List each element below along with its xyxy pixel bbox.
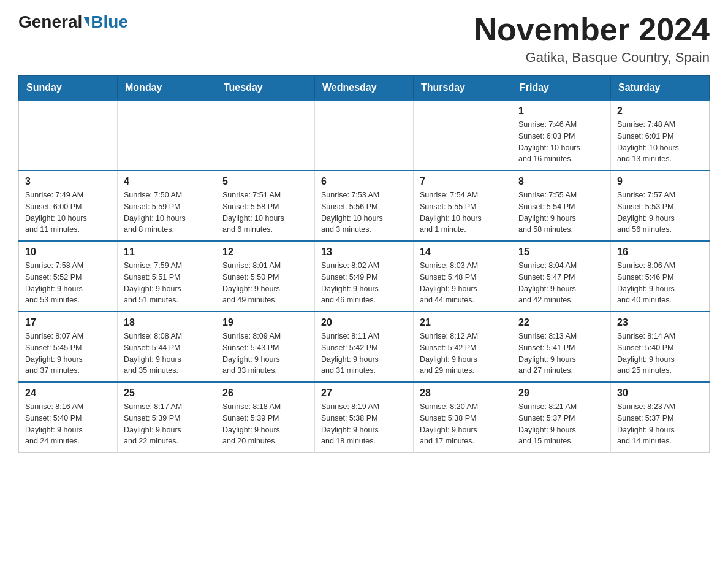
day-number: 29	[518, 388, 604, 399]
title-block: November 2024 Gatika, Basque Country, Sp…	[474, 12, 710, 66]
calendar-cell: 19Sunrise: 8:09 AM Sunset: 5:43 PM Dayli…	[216, 312, 315, 382]
day-info: Sunrise: 7:55 AM Sunset: 5:54 PM Dayligh…	[518, 190, 604, 236]
page-header: General Blue November 2024 Gatika, Basqu…	[18, 12, 710, 66]
day-info: Sunrise: 8:07 AM Sunset: 5:45 PM Dayligh…	[25, 331, 111, 377]
calendar-cell: 7Sunrise: 7:54 AM Sunset: 5:55 PM Daylig…	[414, 170, 512, 241]
day-number: 5	[222, 176, 308, 187]
calendar-cell: 27Sunrise: 8:19 AM Sunset: 5:38 PM Dayli…	[315, 382, 414, 453]
day-info: Sunrise: 8:02 AM Sunset: 5:49 PM Dayligh…	[321, 260, 407, 306]
calendar-cell	[315, 100, 414, 170]
day-info: Sunrise: 8:09 AM Sunset: 5:43 PM Dayligh…	[222, 331, 308, 377]
day-number: 16	[617, 247, 703, 258]
day-number: 28	[420, 388, 506, 399]
day-info: Sunrise: 7:58 AM Sunset: 5:52 PM Dayligh…	[25, 260, 111, 306]
day-info: Sunrise: 8:23 AM Sunset: 5:37 PM Dayligh…	[617, 401, 703, 447]
day-number: 26	[222, 388, 308, 399]
day-info: Sunrise: 8:19 AM Sunset: 5:38 PM Dayligh…	[321, 401, 407, 447]
day-info: Sunrise: 8:21 AM Sunset: 5:37 PM Dayligh…	[518, 401, 604, 447]
calendar-header-row: SundayMondayTuesdayWednesdayThursdayFrid…	[19, 76, 710, 101]
day-info: Sunrise: 7:57 AM Sunset: 5:53 PM Dayligh…	[617, 190, 703, 236]
logo-general-text: General	[18, 12, 82, 32]
day-number: 21	[420, 317, 506, 328]
calendar-cell: 18Sunrise: 8:08 AM Sunset: 5:44 PM Dayli…	[118, 312, 216, 382]
calendar-table: SundayMondayTuesdayWednesdayThursdayFrid…	[18, 75, 710, 453]
calendar-cell: 10Sunrise: 7:58 AM Sunset: 5:52 PM Dayli…	[19, 241, 118, 312]
calendar-week-row: 1Sunrise: 7:46 AM Sunset: 6:03 PM Daylig…	[19, 100, 710, 170]
calendar-cell: 6Sunrise: 7:53 AM Sunset: 5:56 PM Daylig…	[315, 170, 414, 241]
calendar-cell: 1Sunrise: 7:46 AM Sunset: 6:03 PM Daylig…	[512, 100, 611, 170]
day-number: 22	[518, 317, 604, 328]
calendar-cell	[118, 100, 216, 170]
calendar-cell: 11Sunrise: 7:59 AM Sunset: 5:51 PM Dayli…	[118, 241, 216, 312]
day-info: Sunrise: 7:46 AM Sunset: 6:03 PM Dayligh…	[518, 119, 604, 165]
calendar-cell: 20Sunrise: 8:11 AM Sunset: 5:42 PM Dayli…	[315, 312, 414, 382]
day-info: Sunrise: 8:20 AM Sunset: 5:38 PM Dayligh…	[420, 401, 506, 447]
day-number: 10	[25, 247, 111, 258]
day-info: Sunrise: 7:53 AM Sunset: 5:56 PM Dayligh…	[321, 190, 407, 236]
calendar-cell	[414, 100, 512, 170]
calendar-cell	[216, 100, 315, 170]
calendar-cell: 14Sunrise: 8:03 AM Sunset: 5:48 PM Dayli…	[414, 241, 512, 312]
logo-triangle-icon	[83, 17, 89, 28]
day-info: Sunrise: 8:16 AM Sunset: 5:40 PM Dayligh…	[25, 401, 111, 447]
day-info: Sunrise: 8:08 AM Sunset: 5:44 PM Dayligh…	[124, 331, 210, 377]
day-number: 23	[617, 317, 703, 328]
calendar-cell: 4Sunrise: 7:50 AM Sunset: 5:59 PM Daylig…	[118, 170, 216, 241]
calendar-cell: 3Sunrise: 7:49 AM Sunset: 6:00 PM Daylig…	[19, 170, 118, 241]
day-number: 11	[124, 247, 210, 258]
day-number: 15	[518, 247, 604, 258]
day-number: 13	[321, 247, 407, 258]
calendar-cell: 26Sunrise: 8:18 AM Sunset: 5:39 PM Dayli…	[216, 382, 315, 453]
day-info: Sunrise: 7:54 AM Sunset: 5:55 PM Dayligh…	[420, 190, 506, 236]
calendar-cell: 30Sunrise: 8:23 AM Sunset: 5:37 PM Dayli…	[611, 382, 710, 453]
day-number: 7	[420, 176, 506, 187]
calendar-header-monday: Monday	[118, 76, 216, 101]
calendar-cell: 29Sunrise: 8:21 AM Sunset: 5:37 PM Dayli…	[512, 382, 611, 453]
calendar-header-sunday: Sunday	[19, 76, 118, 101]
day-number: 24	[25, 388, 111, 399]
day-info: Sunrise: 8:06 AM Sunset: 5:46 PM Dayligh…	[617, 260, 703, 306]
calendar-cell: 13Sunrise: 8:02 AM Sunset: 5:49 PM Dayli…	[315, 241, 414, 312]
day-info: Sunrise: 7:50 AM Sunset: 5:59 PM Dayligh…	[124, 190, 210, 236]
calendar-header-thursday: Thursday	[414, 76, 512, 101]
day-number: 6	[321, 176, 407, 187]
day-info: Sunrise: 8:03 AM Sunset: 5:48 PM Dayligh…	[420, 260, 506, 306]
day-number: 8	[518, 176, 604, 187]
calendar-week-row: 24Sunrise: 8:16 AM Sunset: 5:40 PM Dayli…	[19, 382, 710, 453]
day-number: 19	[222, 317, 308, 328]
calendar-cell: 5Sunrise: 7:51 AM Sunset: 5:58 PM Daylig…	[216, 170, 315, 241]
calendar-cell: 28Sunrise: 8:20 AM Sunset: 5:38 PM Dayli…	[414, 382, 512, 453]
day-number: 4	[124, 176, 210, 187]
day-info: Sunrise: 8:12 AM Sunset: 5:42 PM Dayligh…	[420, 331, 506, 377]
day-info: Sunrise: 7:48 AM Sunset: 6:01 PM Dayligh…	[617, 119, 703, 165]
day-info: Sunrise: 7:59 AM Sunset: 5:51 PM Dayligh…	[124, 260, 210, 306]
day-info: Sunrise: 8:14 AM Sunset: 5:40 PM Dayligh…	[617, 331, 703, 377]
calendar-cell	[19, 100, 118, 170]
page-title: November 2024	[474, 12, 710, 47]
day-info: Sunrise: 8:01 AM Sunset: 5:50 PM Dayligh…	[222, 260, 308, 306]
calendar-cell: 24Sunrise: 8:16 AM Sunset: 5:40 PM Dayli…	[19, 382, 118, 453]
calendar-header-friday: Friday	[512, 76, 611, 101]
calendar-cell: 21Sunrise: 8:12 AM Sunset: 5:42 PM Dayli…	[414, 312, 512, 382]
day-number: 2	[617, 105, 703, 117]
page-subtitle: Gatika, Basque Country, Spain	[474, 50, 710, 66]
calendar-week-row: 3Sunrise: 7:49 AM Sunset: 6:00 PM Daylig…	[19, 170, 710, 241]
day-info: Sunrise: 8:11 AM Sunset: 5:42 PM Dayligh…	[321, 331, 407, 377]
day-number: 14	[420, 247, 506, 258]
calendar-header-wednesday: Wednesday	[315, 76, 414, 101]
day-number: 9	[617, 176, 703, 187]
calendar-cell: 9Sunrise: 7:57 AM Sunset: 5:53 PM Daylig…	[611, 170, 710, 241]
calendar-cell: 17Sunrise: 8:07 AM Sunset: 5:45 PM Dayli…	[19, 312, 118, 382]
logo-blue-text: Blue	[91, 12, 128, 32]
day-info: Sunrise: 7:49 AM Sunset: 6:00 PM Dayligh…	[25, 190, 111, 236]
logo: General Blue	[18, 12, 128, 32]
calendar-header-tuesday: Tuesday	[216, 76, 315, 101]
calendar-cell: 12Sunrise: 8:01 AM Sunset: 5:50 PM Dayli…	[216, 241, 315, 312]
day-number: 20	[321, 317, 407, 328]
calendar-header-saturday: Saturday	[611, 76, 710, 101]
day-number: 27	[321, 388, 407, 399]
calendar-cell: 2Sunrise: 7:48 AM Sunset: 6:01 PM Daylig…	[611, 100, 710, 170]
day-info: Sunrise: 8:13 AM Sunset: 5:41 PM Dayligh…	[518, 331, 604, 377]
calendar-cell: 15Sunrise: 8:04 AM Sunset: 5:47 PM Dayli…	[512, 241, 611, 312]
day-number: 30	[617, 388, 703, 399]
